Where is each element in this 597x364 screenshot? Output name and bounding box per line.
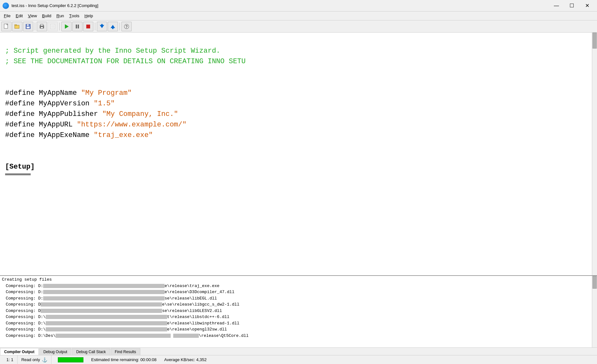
svg-marker-21 [111,25,115,28]
svg-rect-10 [41,27,43,28]
output-content[interactable]: Creating setup files Compressing: D:e\re… [0,276,597,347]
average-kbsec: Average KB/sec: 4,352 [164,357,207,362]
svg-rect-16 [76,25,77,28]
pause-button[interactable] [72,22,82,31]
editor-scrollbar-thumb [5,173,31,175]
status-bar: 1: 1 Read only ⚓ Estimated time remainin… [0,355,597,364]
blank-line-2 [5,152,9,160]
output-compress-3: Compressing: D:se\release\libEGL.dll [2,295,595,302]
output-compress-8: Compressing: D:\e\release\opengl32sw.dll [2,326,595,333]
define-line-4: #define MyAppURL "https://www.example.co… [5,121,187,129]
cursor-position: 1: 1 [6,357,13,362]
editor-mode: Read only [21,357,40,362]
svg-rect-6 [27,24,29,26]
output-compress-9: Compressing: D:\Des\ \release\Qt5Core.dl… [2,333,595,339]
output-scrollbar-indicator [593,276,597,289]
status-position: 1: 1 [3,355,18,364]
define-line-2: #define MyAppVersion "1.5" [5,100,115,108]
status-mode: Read only ⚓ [18,355,52,364]
toolbar-separator-4 [120,23,120,30]
svg-rect-0 [4,24,8,28]
output-creating-line: Creating setup files [2,277,595,283]
stop-button[interactable] [83,22,93,31]
app-icon [3,3,9,9]
readonly-icon: ⚓ [42,357,47,362]
window-controls: — ☐ ✕ [549,1,594,11]
run-button[interactable] [61,22,72,31]
close-button[interactable]: ✕ [580,1,594,11]
define-line-5: #define MyAppExeName "traj_exe.exe" [5,131,153,139]
menu-file[interactable]: File [1,11,13,20]
menu-run[interactable]: Run [54,11,66,20]
output-compress-5: Compressing: Dse\release\libGLESV2.dll [2,308,595,314]
window-title: test.iss - Inno Setup Compiler 6.2.2 [Co… [12,3,549,8]
output-compress-1: Compressing: D:e\release\traj_exe.exe [2,283,595,289]
code-content: ; Script generated by the Inno Setup Scr… [5,35,592,172]
toolbar-separator-2 [59,23,60,30]
svg-marker-15 [65,24,69,29]
open-button[interactable] [12,22,22,31]
compile2-button[interactable] [108,22,118,31]
svg-marker-19 [100,25,104,28]
define-line-3: #define MyAppPublisher "My Company, Inc.… [5,110,178,118]
toolbar-separator-1 [35,23,35,30]
estimated-time: Estimated time remaining: 00:00:08 [91,357,157,362]
compile-button[interactable] [97,22,107,31]
tab-compiler-output[interactable]: Compiler Output [0,348,39,355]
svg-rect-18 [86,25,90,28]
svg-rect-17 [78,25,79,28]
svg-rect-20 [101,24,103,25]
menu-edit[interactable]: Edit [13,11,25,20]
comment-line-2: ; SEE THE DOCUMENTATION FOR DETAILS ON C… [5,57,246,65]
progress-bar [58,357,83,362]
svg-rect-7 [27,27,30,28]
tab-find-results[interactable]: Find Results [111,348,140,355]
minimize-button[interactable]: — [549,1,564,11]
output-compress-4: Compressing: De\se\release\libgcc_s_dw2-… [2,301,595,308]
status-progress: Estimated time remaining: 00:00:08 Avera… [51,355,594,364]
print-preview-button[interactable] [48,22,58,31]
editor-vertical-scrollbar[interactable] [592,33,597,275]
output-compress-7: Compressing: D:\e\release\libwinpthread-… [2,320,595,327]
main-area: ; Script generated by the Inno Setup Scr… [0,33,597,364]
editor-scrollbar-indicator [593,33,597,49]
title-bar: test.iss - Inno Setup Compiler 6.2.2 [Co… [0,0,597,11]
menu-build[interactable]: Build [40,11,54,20]
toolbar: ? [0,20,597,33]
blank-line-1 [5,79,9,87]
output-panel: Creating setup files Compressing: D:e\re… [0,275,597,355]
output-compress-6: Compressing: D:\t\release\libstdc++-6.dl… [2,314,595,320]
toolbar-separator-3 [95,23,95,30]
maximize-button[interactable]: ☐ [564,1,579,11]
svg-rect-9 [41,24,43,26]
output-compress-2: Compressing: D:e\release\D3Dcompiler_47.… [2,289,595,295]
tab-debug-call-stack[interactable]: Debug Call Stack [72,348,110,355]
save-button[interactable] [23,22,33,31]
output-vertical-scrollbar[interactable] [592,276,597,347]
help-button[interactable]: ? [121,22,132,31]
menu-bar: File Edit View Build Run Tools Help [0,11,597,20]
code-editor[interactable]: ; Script generated by the Inno Setup Scr… [0,33,597,275]
svg-rect-22 [112,28,113,29]
comment-line-1: ; Script generated by the Inno Setup Scr… [5,47,220,55]
svg-text:?: ? [125,25,128,29]
tab-debug-output[interactable]: Debug Output [39,348,72,355]
define-line-1: #define MyAppName "My Program" [5,89,132,97]
new-button[interactable] [1,22,12,31]
menu-view[interactable]: View [25,11,39,20]
output-tabs: Compiler Output Debug Output Debug Call … [0,347,597,355]
menu-help[interactable]: Help [82,11,96,20]
svg-rect-4 [15,25,17,26]
print-button[interactable] [37,22,47,31]
section-setup: [Setup] [5,163,35,171]
menu-tools[interactable]: Tools [66,11,82,20]
